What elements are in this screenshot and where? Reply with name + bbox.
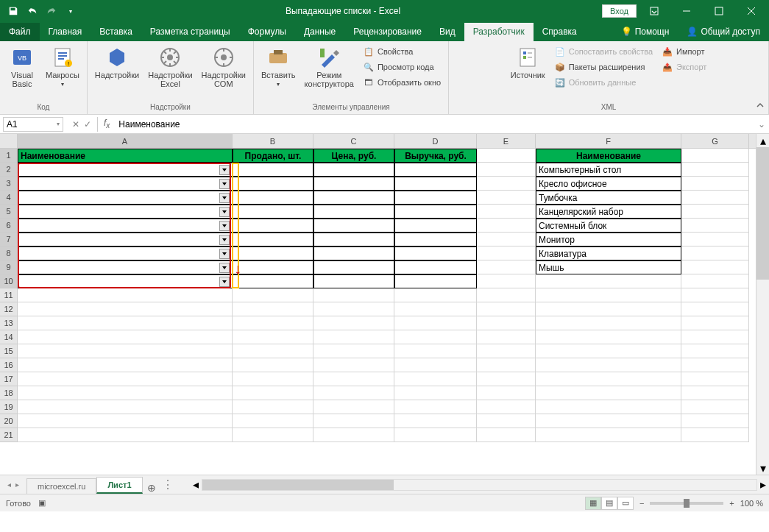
cell-A10[interactable] (18, 274, 233, 288)
cell-E11[interactable] (477, 288, 536, 302)
cell-E5[interactable] (477, 205, 536, 219)
combo-dropdown-icon[interactable] (219, 277, 230, 287)
cell-F20[interactable] (536, 414, 681, 428)
macro-record-icon[interactable]: ▣ (38, 498, 46, 508)
scroll-down-icon[interactable]: ▾ (756, 461, 769, 475)
cell-C12[interactable] (313, 302, 394, 316)
vscroll-thumb[interactable] (756, 147, 769, 280)
cell-A9[interactable] (18, 260, 233, 274)
normal-view-button[interactable]: ▦ (585, 497, 601, 510)
zoom-slider[interactable] (650, 502, 723, 505)
cell-E17[interactable] (477, 372, 536, 386)
sheet-tab-list1[interactable]: Лист1 (96, 477, 142, 494)
cell-B16[interactable] (233, 358, 313, 372)
row-header-6[interactable]: 6 (0, 219, 18, 233)
row-header-18[interactable]: 18 (0, 386, 18, 400)
cell-F3[interactable]: Кресло офисное (536, 177, 681, 191)
cell-A12[interactable] (18, 302, 233, 316)
cell-F1[interactable]: Наименование (536, 149, 681, 163)
minimize-icon[interactable] (672, 1, 701, 21)
cell-D1[interactable]: Выручка, руб. (394, 149, 477, 163)
expand-formula-icon[interactable]: ⌄ (754, 119, 769, 130)
cell-B4[interactable] (233, 191, 313, 205)
select-all-corner[interactable] (0, 134, 18, 149)
zoom-out-button[interactable]: − (639, 499, 644, 508)
cell-D5[interactable] (394, 205, 477, 219)
row-header-1[interactable]: 1 (0, 149, 18, 163)
cell-E14[interactable] (477, 330, 536, 344)
column-header-G[interactable]: G (681, 134, 749, 148)
cell-D16[interactable] (394, 358, 477, 372)
cell-A16[interactable] (18, 358, 233, 372)
cell-C20[interactable] (313, 414, 394, 428)
tab-data[interactable]: Данные (295, 23, 344, 41)
visual-basic-button[interactable]: VB Visual Basic (4, 44, 40, 90)
cell-A19[interactable] (18, 400, 233, 414)
cell-C2[interactable] (313, 163, 394, 177)
row-header-13[interactable]: 13 (0, 316, 18, 330)
cell-F13[interactable] (536, 316, 681, 330)
hscroll-thumb[interactable] (202, 480, 394, 490)
cell-C9[interactable] (313, 260, 394, 274)
row-header-7[interactable]: 7 (0, 233, 18, 247)
cell-A6[interactable] (18, 219, 233, 233)
cell-F6[interactable]: Системный блок (536, 219, 681, 233)
cell-A2[interactable] (18, 163, 233, 177)
sheet-tab-microexcel[interactable]: microexcel.ru (26, 478, 96, 494)
addins-button[interactable]: Надстройки (92, 44, 142, 81)
cell-D14[interactable] (394, 330, 477, 344)
combo-dropdown-icon[interactable] (219, 179, 230, 189)
cell-B21[interactable] (233, 428, 313, 442)
cell-C14[interactable] (313, 330, 394, 344)
cell-G8[interactable] (681, 247, 749, 260)
cell-E4[interactable] (477, 191, 536, 205)
row-header-12[interactable]: 12 (0, 302, 18, 316)
scroll-up-icon[interactable]: ▴ (756, 134, 769, 147)
combo-dropdown-icon[interactable] (219, 235, 230, 245)
cell-D3[interactable] (394, 177, 477, 191)
properties-button[interactable]: 📋Свойства (360, 44, 444, 59)
cell-F8[interactable]: Клавиатура (536, 247, 681, 260)
cell-A20[interactable] (18, 414, 233, 428)
cell-F7[interactable]: Монитор (536, 233, 681, 247)
cell-G5[interactable] (681, 205, 749, 219)
column-header-F[interactable]: F (536, 134, 681, 148)
cell-B6[interactable] (233, 219, 313, 233)
cell-G7[interactable] (681, 233, 749, 247)
cells[interactable]: НаименованиеПродано, шт.Цена, руб.Выручк… (18, 149, 756, 442)
zoom-level[interactable]: 100 % (740, 499, 763, 508)
cell-E6[interactable] (477, 219, 536, 233)
cell-G3[interactable] (681, 177, 749, 191)
cell-E1[interactable] (477, 149, 536, 163)
cell-G20[interactable] (681, 414, 749, 428)
scroll-left-icon[interactable]: ◂ (190, 478, 202, 492)
cell-E7[interactable] (477, 233, 536, 247)
cell-E16[interactable] (477, 358, 536, 372)
cell-C5[interactable] (313, 205, 394, 219)
cell-A11[interactable] (18, 288, 233, 302)
cell-A1[interactable]: Наименование (18, 149, 233, 163)
cell-G18[interactable] (681, 386, 749, 400)
sheet-nav[interactable]: ◂▸ (0, 480, 26, 489)
cell-D21[interactable] (394, 428, 477, 442)
tab-home[interactable]: Главная (40, 23, 91, 41)
cell-G21[interactable] (681, 428, 749, 442)
cell-C18[interactable] (313, 386, 394, 400)
cell-B1[interactable]: Продано, шт. (233, 149, 313, 163)
cell-G16[interactable] (681, 358, 749, 372)
cell-G4[interactable] (681, 191, 749, 205)
cell-D19[interactable] (394, 400, 477, 414)
cell-B5[interactable] (233, 205, 313, 219)
cell-E3[interactable] (477, 177, 536, 191)
pagebreak-view-button[interactable]: ▭ (617, 497, 634, 510)
row-header-15[interactable]: 15 (0, 344, 18, 358)
cell-C16[interactable] (313, 358, 394, 372)
cell-D18[interactable] (394, 386, 477, 400)
row-header-11[interactable]: 11 (0, 288, 18, 302)
cell-F5[interactable]: Канцелярский набор (536, 205, 681, 219)
cell-A17[interactable] (18, 372, 233, 386)
cell-C6[interactable] (313, 219, 394, 233)
cell-F4[interactable]: Тумбочка (536, 191, 681, 205)
cell-B17[interactable] (233, 372, 313, 386)
cell-G2[interactable] (681, 163, 749, 177)
